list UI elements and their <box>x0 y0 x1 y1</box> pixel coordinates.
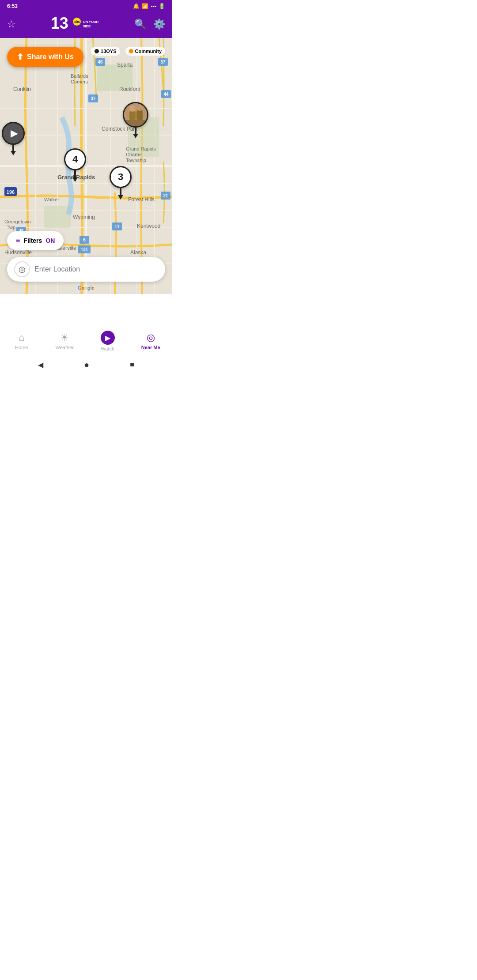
legend-13oys: 13OYS <box>91 47 120 56</box>
svg-rect-66 <box>129 111 136 120</box>
svg-text:Charter: Charter <box>126 152 142 157</box>
svg-text:Forest Hills: Forest Hills <box>128 196 155 203</box>
map-legend: 13OYS Community <box>91 47 165 56</box>
svg-rect-67 <box>136 110 143 120</box>
svg-point-69 <box>136 105 143 111</box>
share-with-us-button[interactable]: ⬆ Share with Us <box>7 47 83 67</box>
share-button-label: Share with Us <box>27 53 74 61</box>
svg-text:44: 44 <box>163 92 169 97</box>
upload-icon: ⬆ <box>17 52 23 62</box>
legend-dot-orange <box>129 49 133 53</box>
svg-text:Wyoming: Wyoming <box>73 214 95 220</box>
svg-text:Alaska: Alaska <box>130 249 146 256</box>
pin-stem <box>12 145 14 151</box>
pin-number-3: 3 <box>110 166 132 188</box>
svg-text:abc: abc <box>74 19 80 24</box>
pin-3[interactable]: 3 <box>110 166 132 200</box>
header-actions: 🔍 ⚙️ <box>134 19 165 30</box>
pin-point-3 <box>118 195 123 200</box>
svg-text:SIDE: SIDE <box>83 24 91 28</box>
pin-tail-4 <box>74 170 76 177</box>
status-icons: 🔔 📶 ▪▪▪ 🔋 <box>133 3 165 9</box>
status-time: 6:53 <box>7 3 18 9</box>
recents-button[interactable]: ■ <box>130 361 134 369</box>
svg-text:11: 11 <box>114 224 120 229</box>
battery-icon: 🔋 <box>159 3 165 9</box>
home-icon: ⌂ <box>19 332 24 343</box>
nav-label-nearme: Near Me <box>141 345 160 350</box>
svg-text:Twp: Twp <box>7 225 15 230</box>
settings-icon[interactable]: ⚙️ <box>153 19 165 30</box>
header: ☆ 13 abc ON YOUR SIDE 🔍 ⚙️ <box>0 12 172 38</box>
nav-label-home: Home <box>15 345 28 350</box>
my-location-button[interactable]: ◎ <box>14 261 30 277</box>
home-button[interactable]: ● <box>84 360 89 370</box>
svg-text:Township: Township <box>126 158 146 163</box>
filters-label: Filters <box>23 237 42 244</box>
video-pin[interactable]: ▶ <box>2 122 25 155</box>
favorites-icon[interactable]: ☆ <box>7 19 16 30</box>
svg-text:Kentwood: Kentwood <box>137 223 160 229</box>
photo-pin-tip <box>133 134 138 138</box>
svg-text:Walker: Walker <box>44 197 59 202</box>
status-bar: 6:53 🔔 📶 ▪▪▪ 🔋 <box>0 0 172 12</box>
svg-text:131: 131 <box>81 247 88 252</box>
svg-text:ON YOUR: ON YOUR <box>83 20 99 24</box>
svg-text:Georgetown: Georgetown <box>4 219 31 224</box>
svg-text:196: 196 <box>7 189 15 195</box>
nav-item-home[interactable]: ⌂ Home <box>0 328 43 354</box>
back-button[interactable]: ◀ <box>38 361 43 369</box>
nav-item-watch[interactable]: ▶ Watch <box>86 327 129 355</box>
nav-label-watch: Watch <box>101 346 114 351</box>
svg-text:Sparta: Sparta <box>117 62 133 68</box>
filters-status: ON <box>45 237 55 244</box>
map-background: Conklin Rockford Sparta Ballards Corners… <box>0 38 172 294</box>
svg-text:Grand Rapids: Grand Rapids <box>126 146 156 151</box>
svg-text:57: 57 <box>160 60 166 64</box>
svg-text:Hudsonville: Hudsonville <box>4 249 32 256</box>
location-input-container: ◎ <box>7 257 165 282</box>
logo-svg: 13 abc ON YOUR SIDE <box>51 16 99 33</box>
page-wrapper: 6:53 🔔 📶 ▪▪▪ 🔋 ☆ 13 abc ON YOUR SIDE 🔍 <box>0 0 172 373</box>
app-logo: 13 abc ON YOUR SIDE <box>51 16 99 33</box>
play-icon: ▶ <box>11 128 18 139</box>
google-attribution: Google <box>78 285 95 290</box>
photo-pin-stem <box>135 128 136 134</box>
wifi-icon: ▪▪▪ <box>151 3 156 9</box>
nearme-icon: ◎ <box>147 332 155 343</box>
svg-text:37: 37 <box>91 96 96 101</box>
svg-text:13: 13 <box>51 16 68 32</box>
filter-icon: ≡ <box>16 237 20 245</box>
filters-button[interactable]: ≡ Filters ON <box>7 231 64 250</box>
svg-text:Corners: Corners <box>71 79 88 84</box>
system-nav: ◀ ● ■ <box>0 357 172 373</box>
pin-tip <box>11 151 16 155</box>
legend-dot-black <box>95 49 99 53</box>
svg-rect-70 <box>124 120 147 126</box>
pin-tail-3 <box>120 188 121 195</box>
legend-community-label: Community <box>135 49 162 54</box>
legend-community: Community <box>125 47 166 56</box>
location-input[interactable] <box>34 265 158 273</box>
map-container[interactable]: Conklin Rockford Sparta Ballards Corners… <box>0 38 172 294</box>
svg-point-68 <box>129 106 136 112</box>
photo-pin[interactable] <box>123 102 148 138</box>
svg-text:46: 46 <box>98 60 103 64</box>
legend-station-label: 13OYS <box>101 49 116 54</box>
nav-item-weather[interactable]: ☀ Weather <box>43 328 87 354</box>
svg-text:Conklin: Conklin <box>13 86 31 92</box>
svg-text:Rockford: Rockford <box>119 86 140 92</box>
watch-icon: ▶ <box>101 331 115 345</box>
photo-pin-circle <box>123 102 148 128</box>
svg-text:6: 6 <box>83 237 86 242</box>
location-icon: ◎ <box>19 264 26 274</box>
pin-point-4 <box>72 177 78 182</box>
nav-item-nearme[interactable]: ◎ Near Me <box>129 328 173 354</box>
svg-rect-20 <box>44 206 71 228</box>
pin-number-4: 4 <box>64 148 86 170</box>
pin-4[interactable]: 4 <box>64 148 86 182</box>
search-icon[interactable]: 🔍 <box>134 19 146 30</box>
notification-icon: 🔔 <box>133 3 140 9</box>
photo-thumbnail <box>124 103 147 126</box>
video-pin-circle: ▶ <box>2 122 25 145</box>
